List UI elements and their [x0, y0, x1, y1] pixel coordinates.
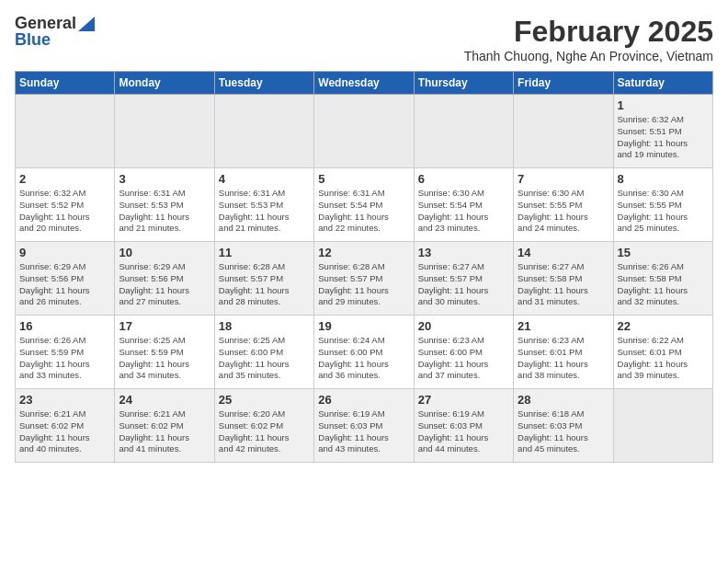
calendar-week-row: 1Sunrise: 6:32 AMSunset: 5:51 PMDaylight…	[16, 95, 713, 168]
day-number: 14	[518, 246, 609, 259]
day-number: 25	[219, 393, 310, 407]
calendar-header-row: SundayMondayTuesdayWednesdayThursdayFrid…	[16, 72, 713, 95]
day-info: Sunrise: 6:25 AMSunset: 6:00 PMDaylight:…	[219, 335, 310, 382]
day-number: 20	[418, 319, 509, 333]
calendar-cell: 22Sunrise: 6:22 AMSunset: 6:01 PMDayligh…	[613, 316, 712, 389]
calendar-cell: 23Sunrise: 6:21 AMSunset: 6:02 PMDayligh…	[16, 389, 115, 463]
calendar-week-row: 2Sunrise: 6:32 AMSunset: 5:52 PMDaylight…	[16, 168, 713, 242]
calendar-cell	[514, 95, 613, 168]
day-info: Sunrise: 6:27 AMSunset: 5:58 PMDaylight:…	[518, 261, 609, 308]
calendar-week-row: 9Sunrise: 6:29 AMSunset: 5:56 PMDaylight…	[16, 242, 713, 316]
calendar-cell	[314, 95, 414, 168]
logo-triangle-icon	[78, 17, 95, 31]
calendar-cell: 9Sunrise: 6:29 AMSunset: 5:56 PMDaylight…	[16, 242, 115, 316]
day-info: Sunrise: 6:29 AMSunset: 5:56 PMDaylight:…	[119, 261, 210, 308]
day-number: 1	[618, 98, 709, 112]
day-info: Sunrise: 6:30 AMSunset: 5:55 PMDaylight:…	[518, 188, 609, 235]
column-header-tuesday: Tuesday	[214, 72, 313, 95]
column-header-sunday: Sunday	[16, 72, 115, 95]
day-info: Sunrise: 6:19 AMSunset: 6:03 PMDaylight:…	[418, 408, 509, 455]
day-info: Sunrise: 6:20 AMSunset: 6:02 PMDaylight:…	[219, 408, 310, 455]
day-info: Sunrise: 6:29 AMSunset: 5:56 PMDaylight:…	[19, 261, 110, 308]
day-number: 4	[219, 172, 310, 186]
title-area: February 2025 Thanh Chuong, Nghe An Prov…	[464, 15, 713, 63]
column-header-thursday: Thursday	[414, 72, 513, 95]
calendar-cell: 5Sunrise: 6:31 AMSunset: 5:54 PMDaylight…	[314, 168, 414, 242]
day-info: Sunrise: 6:23 AMSunset: 6:01 PMDaylight:…	[518, 335, 609, 382]
svg-marker-0	[78, 17, 95, 31]
day-number: 18	[219, 319, 310, 333]
day-info: Sunrise: 6:27 AMSunset: 5:57 PMDaylight:…	[418, 261, 509, 308]
logo-general: General	[15, 15, 76, 31]
column-header-monday: Monday	[115, 72, 214, 95]
calendar-cell: 27Sunrise: 6:19 AMSunset: 6:03 PMDayligh…	[414, 389, 513, 463]
calendar-cell: 21Sunrise: 6:23 AMSunset: 6:01 PMDayligh…	[514, 316, 613, 389]
day-number: 7	[518, 172, 609, 186]
day-number: 17	[119, 319, 210, 333]
day-info: Sunrise: 6:31 AMSunset: 5:53 PMDaylight:…	[219, 188, 310, 235]
day-number: 13	[418, 246, 509, 259]
column-header-saturday: Saturday	[613, 72, 712, 95]
day-number: 22	[618, 319, 709, 333]
calendar-cell: 3Sunrise: 6:31 AMSunset: 5:53 PMDaylight…	[115, 168, 214, 242]
calendar-cell: 26Sunrise: 6:19 AMSunset: 6:03 PMDayligh…	[314, 389, 414, 463]
column-header-friday: Friday	[514, 72, 613, 95]
calendar-week-row: 16Sunrise: 6:26 AMSunset: 5:59 PMDayligh…	[16, 316, 713, 389]
day-number: 19	[318, 319, 409, 333]
day-info: Sunrise: 6:32 AMSunset: 5:51 PMDaylight:…	[618, 114, 709, 161]
calendar-cell: 17Sunrise: 6:25 AMSunset: 5:59 PMDayligh…	[115, 316, 214, 389]
calendar-cell: 12Sunrise: 6:28 AMSunset: 5:57 PMDayligh…	[314, 242, 414, 316]
month-title: February 2025	[464, 15, 713, 49]
day-info: Sunrise: 6:31 AMSunset: 5:54 PMDaylight:…	[318, 188, 409, 235]
calendar: SundayMondayTuesdayWednesdayThursdayFrid…	[15, 71, 713, 463]
day-info: Sunrise: 6:32 AMSunset: 5:52 PMDaylight:…	[19, 188, 110, 235]
calendar-cell: 20Sunrise: 6:23 AMSunset: 6:00 PMDayligh…	[414, 316, 513, 389]
day-number: 3	[119, 172, 210, 186]
day-number: 12	[318, 246, 409, 259]
day-info: Sunrise: 6:19 AMSunset: 6:03 PMDaylight:…	[318, 408, 409, 455]
calendar-cell: 15Sunrise: 6:26 AMSunset: 5:58 PMDayligh…	[613, 242, 712, 316]
day-info: Sunrise: 6:24 AMSunset: 6:00 PMDaylight:…	[318, 335, 409, 382]
day-number: 21	[518, 319, 609, 333]
calendar-cell: 16Sunrise: 6:26 AMSunset: 5:59 PMDayligh…	[16, 316, 115, 389]
column-header-wednesday: Wednesday	[314, 72, 414, 95]
day-number: 26	[318, 393, 409, 407]
calendar-cell: 8Sunrise: 6:30 AMSunset: 5:55 PMDaylight…	[613, 168, 712, 242]
day-info: Sunrise: 6:31 AMSunset: 5:53 PMDaylight:…	[119, 188, 210, 235]
day-info: Sunrise: 6:28 AMSunset: 5:57 PMDaylight:…	[219, 261, 310, 308]
day-info: Sunrise: 6:22 AMSunset: 6:01 PMDaylight:…	[618, 335, 709, 382]
day-number: 10	[119, 246, 210, 259]
calendar-cell: 7Sunrise: 6:30 AMSunset: 5:55 PMDaylight…	[514, 168, 613, 242]
calendar-cell: 28Sunrise: 6:18 AMSunset: 6:03 PMDayligh…	[514, 389, 613, 463]
calendar-cell: 19Sunrise: 6:24 AMSunset: 6:00 PMDayligh…	[314, 316, 414, 389]
day-number: 9	[19, 246, 110, 259]
day-number: 2	[19, 172, 110, 186]
calendar-cell: 1Sunrise: 6:32 AMSunset: 5:51 PMDaylight…	[613, 95, 712, 168]
calendar-cell: 6Sunrise: 6:30 AMSunset: 5:54 PMDaylight…	[414, 168, 513, 242]
day-number: 28	[518, 393, 609, 407]
day-info: Sunrise: 6:18 AMSunset: 6:03 PMDaylight:…	[518, 408, 609, 455]
calendar-cell: 24Sunrise: 6:21 AMSunset: 6:02 PMDayligh…	[115, 389, 214, 463]
logo: General Blue	[15, 15, 95, 48]
day-info: Sunrise: 6:26 AMSunset: 5:58 PMDaylight:…	[618, 261, 709, 308]
day-number: 27	[418, 393, 509, 407]
day-number: 8	[618, 172, 709, 186]
day-info: Sunrise: 6:28 AMSunset: 5:57 PMDaylight:…	[318, 261, 409, 308]
day-number: 11	[219, 246, 310, 259]
calendar-cell: 11Sunrise: 6:28 AMSunset: 5:57 PMDayligh…	[214, 242, 313, 316]
day-info: Sunrise: 6:30 AMSunset: 5:54 PMDaylight:…	[418, 188, 509, 235]
day-info: Sunrise: 6:30 AMSunset: 5:55 PMDaylight:…	[618, 188, 709, 235]
calendar-cell: 18Sunrise: 6:25 AMSunset: 6:00 PMDayligh…	[214, 316, 313, 389]
calendar-week-row: 23Sunrise: 6:21 AMSunset: 6:02 PMDayligh…	[16, 389, 713, 463]
calendar-cell	[214, 95, 313, 168]
calendar-cell	[613, 389, 712, 463]
day-info: Sunrise: 6:23 AMSunset: 6:00 PMDaylight:…	[418, 335, 509, 382]
calendar-cell: 14Sunrise: 6:27 AMSunset: 5:58 PMDayligh…	[514, 242, 613, 316]
calendar-cell: 25Sunrise: 6:20 AMSunset: 6:02 PMDayligh…	[214, 389, 313, 463]
calendar-cell: 2Sunrise: 6:32 AMSunset: 5:52 PMDaylight…	[16, 168, 115, 242]
day-number: 23	[19, 393, 110, 407]
header: General Blue February 2025 Thanh Chuong,…	[15, 15, 713, 63]
day-number: 6	[418, 172, 509, 186]
day-number: 15	[618, 246, 709, 259]
logo-blue: Blue	[15, 31, 51, 48]
